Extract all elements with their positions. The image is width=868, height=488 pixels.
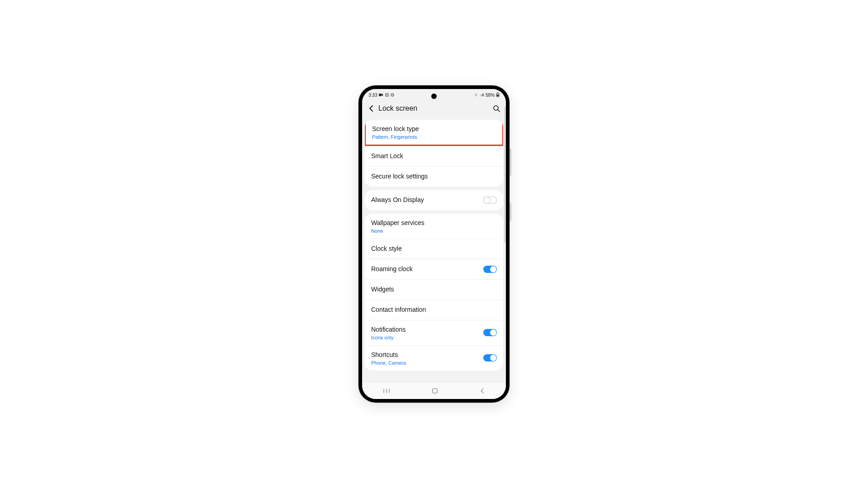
settings-content: Screen lock type Pattern, Fingerprints S… — [362, 120, 506, 371]
row-notifications[interactable]: Notifications Icons only — [365, 320, 503, 345]
phone-frame: 3:33 — [359, 85, 509, 403]
svg-rect-8 — [482, 94, 483, 96]
group-lock: Screen lock type Pattern, Fingerprints S… — [365, 120, 503, 187]
row-title: Roaming clock — [371, 265, 483, 273]
row-clock-style[interactable]: Clock style — [365, 239, 503, 259]
svg-rect-12 — [497, 93, 498, 93]
page-title: Lock screen — [378, 104, 417, 113]
wifi-icon — [474, 93, 478, 97]
svg-point-2 — [387, 94, 387, 95]
row-roaming-clock[interactable]: Roaming clock — [365, 259, 503, 279]
videocam-icon — [379, 93, 383, 97]
side-button-volume — [509, 149, 511, 176]
row-shortcuts[interactable]: Shortcuts Phone, Camera — [365, 345, 503, 371]
row-title: Widgets — [371, 285, 497, 294]
side-button-power — [509, 203, 511, 221]
toggle-notifications[interactable] — [483, 329, 497, 336]
svg-rect-6 — [480, 95, 481, 96]
svg-line-14 — [498, 110, 500, 112]
row-screen-lock-type[interactable]: Screen lock type Pattern, Fingerprints — [365, 120, 503, 146]
row-title: Secure lock settings — [371, 172, 497, 181]
row-wallpaper-services[interactable]: Wallpaper services None — [365, 214, 503, 239]
row-subtitle: Icons only — [371, 335, 483, 340]
back-button[interactable] — [368, 104, 377, 113]
search-button[interactable] — [491, 104, 500, 113]
row-title: Shortcuts — [371, 351, 483, 359]
toggle-shortcuts[interactable] — [483, 354, 497, 361]
android-navbar — [362, 382, 506, 399]
app-bar: Lock screen — [362, 100, 506, 117]
row-secure-lock-settings[interactable]: Secure lock settings — [365, 166, 503, 187]
svg-rect-11 — [497, 94, 499, 96]
camera-hole — [431, 94, 437, 99]
chevron-left-icon — [368, 104, 376, 113]
dnd-icon — [391, 93, 394, 97]
toggle-always-on-display[interactable] — [483, 197, 497, 204]
nav-back-button[interactable] — [479, 388, 486, 394]
row-title: Screen lock type — [372, 125, 496, 133]
row-title: Notifications — [371, 325, 483, 334]
row-smart-lock[interactable]: Smart Lock — [365, 146, 503, 166]
toggle-roaming-clock[interactable] — [483, 266, 497, 273]
battery-percent: 58% — [486, 93, 495, 98]
nav-recent-button[interactable] — [382, 388, 391, 394]
row-subtitle: Pattern, Fingerprints — [372, 134, 496, 140]
scrollbar[interactable] — [505, 107, 505, 243]
row-subtitle: Phone, Camera — [371, 360, 483, 366]
nav-home-button[interactable] — [431, 387, 439, 394]
row-widgets[interactable]: Widgets — [365, 279, 503, 300]
svg-point-5 — [476, 96, 476, 97]
row-always-on-display[interactable]: Always On Display — [365, 190, 503, 210]
screen: 3:33 — [362, 89, 506, 399]
svg-rect-18 — [433, 389, 437, 393]
group-aod: Always On Display — [365, 190, 503, 210]
battery-icon — [496, 93, 500, 97]
row-title: Contact information — [371, 305, 497, 314]
signal-icon — [480, 93, 484, 97]
row-subtitle: None — [371, 228, 497, 234]
group-appearance: Wallpaper services None Clock style Roam… — [365, 214, 503, 371]
svg-rect-7 — [481, 95, 481, 97]
search-icon — [492, 104, 500, 113]
status-time: 3:33 — [368, 93, 377, 98]
row-title: Wallpaper services — [371, 219, 497, 227]
svg-rect-0 — [379, 94, 382, 96]
row-title: Smart Lock — [371, 152, 497, 160]
recent-icon — [382, 388, 391, 394]
row-title: Always On Display — [371, 196, 483, 204]
home-icon — [431, 387, 439, 394]
svg-rect-9 — [483, 94, 484, 97]
back-icon — [479, 388, 486, 394]
square-icon — [385, 93, 389, 97]
row-title: Clock style — [371, 244, 497, 253]
row-contact-information[interactable]: Contact information — [365, 300, 503, 320]
